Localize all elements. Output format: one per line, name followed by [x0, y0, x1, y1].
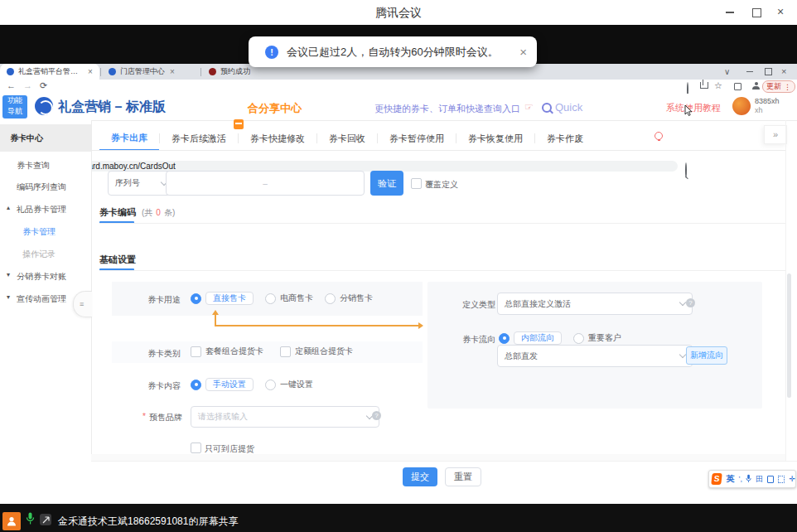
- sidebar-item-operation-log[interactable]: 操作记录: [22, 249, 56, 260]
- tab-card-suspend[interactable]: 券卡暂停使用: [378, 127, 456, 150]
- participant-video-tile[interactable]: [2, 512, 21, 530]
- tab-card-resume[interactable]: 券卡恢复使用: [456, 127, 534, 150]
- flow-options: 内部流向 重要客户: [499, 331, 621, 345]
- tabs-rule: [91, 150, 785, 151]
- radio-ecommerce-sale[interactable]: 电商售卡: [265, 293, 313, 304]
- window-minimize-icon[interactable]: [726, 12, 734, 13]
- tab-close-icon[interactable]: ×: [88, 67, 93, 76]
- ime-toolbar[interactable]: S 英 ’, 田 ✛: [708, 470, 796, 488]
- radio-manual-setup[interactable]: 手动设置: [191, 378, 254, 391]
- ime-keyboard-icon[interactable]: [778, 476, 785, 483]
- override-label[interactable]: 覆盖定义: [425, 179, 458, 191]
- radio-direct-sale[interactable]: 直接售卡: [191, 292, 254, 305]
- user-avatar[interactable]: [732, 97, 751, 115]
- verify-button[interactable]: 验证: [370, 171, 403, 196]
- radio-important-customer[interactable]: 重要客户: [573, 332, 621, 344]
- brand-placeholder: 请选择或输入: [198, 411, 248, 423]
- tab-card-quick-edit[interactable]: 券卡快捷修改: [239, 127, 316, 150]
- tab-card-outbound[interactable]: 券卡出库: [99, 126, 159, 151]
- help-icon[interactable]: ?: [686, 298, 695, 307]
- tab-separator: [100, 68, 101, 76]
- sidebar-item-card-query[interactable]: 券卡查询: [17, 160, 50, 172]
- checkbox-package-combo-card[interactable]: 套餐组合提货卡: [191, 346, 263, 357]
- ime-mode-toggle[interactable]: 英: [726, 473, 734, 485]
- tab-card-void[interactable]: 券卡作废: [535, 127, 595, 150]
- ime-fullwidth-icon[interactable]: 田: [756, 476, 763, 483]
- serial-type-select[interactable]: 序列号: [108, 171, 174, 196]
- browser-tab-gift-admin[interactable]: 礼盒营销平台管理中心 ×: [0, 64, 99, 80]
- window-close-icon[interactable]: ×: [777, 6, 784, 17]
- sogou-logo[interactable]: S: [711, 473, 722, 485]
- group-collapse-icon[interactable]: ▾: [7, 293, 10, 301]
- group-collapse-icon[interactable]: ▾: [7, 271, 10, 278]
- tabs-more-button[interactable]: »: [764, 125, 787, 144]
- sidebar-group-gift-cards[interactable]: 礼品券卡管理: [17, 204, 66, 215]
- quick-search-link[interactable]: Quick: [555, 101, 582, 114]
- store-only-label[interactable]: 只可到店提货: [205, 443, 254, 455]
- help-icon[interactable]: ?: [372, 411, 381, 420]
- define-type-value: 总部直接定义激活: [505, 298, 571, 310]
- tab-card-activate[interactable]: 券卡后续激活: [160, 127, 238, 150]
- reload-icon[interactable]: ⟳: [40, 81, 47, 90]
- forward-icon[interactable]: →: [23, 81, 32, 90]
- window-maximize-icon[interactable]: [752, 8, 761, 17]
- tab-favicon: [109, 68, 116, 75]
- tutorial-link[interactable]: 系统使用教程: [666, 102, 721, 114]
- extensions-icon[interactable]: [734, 83, 741, 90]
- share-center-link[interactable]: 合分享中心: [248, 101, 302, 116]
- radio-internal-flow[interactable]: 内部流向: [499, 331, 562, 345]
- sidebar-collapse-handle[interactable]: ≡: [73, 291, 92, 317]
- codes-title: 券卡编码: [99, 206, 136, 219]
- tab-search-chevron-icon[interactable]: ∨: [724, 68, 730, 76]
- radio-icon: [325, 293, 336, 304]
- sidebar-group-distribution[interactable]: 分销券卡对账: [17, 271, 66, 283]
- zoom-icon[interactable]: [685, 162, 687, 178]
- checkbox-fixed-combo-card[interactable]: 定额组合提货卡: [280, 346, 353, 357]
- radio-one-click-setup[interactable]: 一键设置: [265, 379, 313, 390]
- tab-close-icon[interactable]: ×: [170, 67, 175, 76]
- serial-range-input[interactable]: –: [166, 171, 365, 196]
- group-expand-icon[interactable]: ▴: [7, 204, 10, 211]
- browser-update-button[interactable]: 更新 ⋮: [762, 80, 795, 93]
- submit-button[interactable]: 提交: [403, 467, 437, 486]
- flow-label: 券卡流向: [462, 334, 495, 346]
- override-checkbox[interactable]: [411, 178, 422, 189]
- define-type-select[interactable]: 总部直接定义激活: [497, 293, 693, 315]
- back-icon[interactable]: ←: [7, 81, 16, 90]
- toast-close-icon[interactable]: ×: [519, 45, 527, 59]
- sidebar-group-promo-animation[interactable]: 宣传动画管理: [17, 293, 66, 305]
- add-flow-button[interactable]: 新增流向: [686, 346, 727, 365]
- store-only-checkbox[interactable]: [191, 443, 201, 453]
- browser-minimize-icon[interactable]: [746, 71, 753, 72]
- category-options: 套餐组合提货卡 定额组合提货卡: [191, 346, 353, 357]
- tab-title: 预约成功: [220, 66, 250, 77]
- sidebar-item-code-sequence[interactable]: 编码序列查询: [17, 181, 66, 193]
- flow-select[interactable]: 总部直发: [497, 345, 693, 367]
- quick-search-icon[interactable]: [542, 103, 552, 113]
- sidebar-item-card-manage[interactable]: 券卡管理: [22, 226, 56, 238]
- bookmark-star-icon[interactable]: ☆: [714, 81, 722, 90]
- ime-toolbox-icon[interactable]: ✛: [789, 476, 795, 483]
- reset-button[interactable]: 重置: [445, 467, 481, 486]
- tab-card-recycle[interactable]: 券卡回收: [317, 127, 377, 150]
- radio-distribution-sale[interactable]: 分销售卡: [325, 293, 373, 304]
- codes-tab[interactable]: 券卡编码 (共 0 条): [99, 206, 175, 219]
- flow-arrow-horizontal: [215, 325, 418, 326]
- screen-share-icon: [40, 514, 51, 525]
- browser-close-icon[interactable]: ×: [781, 67, 786, 75]
- browser-menu-dots-icon[interactable]: ⋮: [784, 83, 791, 91]
- screen-share-status: 金禾通技术王斌18662591081的屏幕共享: [58, 515, 238, 529]
- ime-skin-icon[interactable]: [767, 476, 774, 483]
- ime-punctuation-icon[interactable]: ’,: [738, 476, 742, 483]
- share-icon[interactable]: [700, 82, 708, 89]
- nav-toggle-button[interactable]: 功能 导航: [2, 95, 27, 118]
- browser-maximize-icon[interactable]: [765, 68, 772, 75]
- ime-mic-icon[interactable]: [746, 474, 751, 484]
- brand-select[interactable]: 请选择或输入: [191, 406, 379, 428]
- collapse-icon: ≡: [80, 300, 84, 308]
- scrollbar-thumb[interactable]: [787, 273, 791, 398]
- sidebar-header: 券卡中心: [0, 124, 91, 152]
- promo-link[interactable]: 更快捷的券卡、订单和快递查询入口: [374, 103, 520, 115]
- browser-tab-store-admin[interactable]: 门店管理中心 ×: [102, 64, 200, 80]
- person-icon: [6, 515, 17, 527]
